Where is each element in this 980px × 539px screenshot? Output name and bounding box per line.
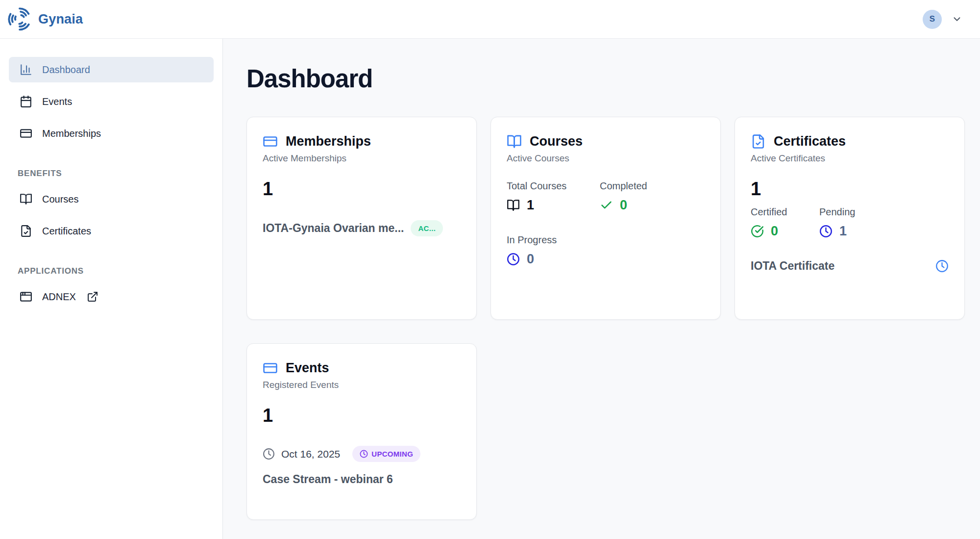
card-subtitle: Active Certificates: [751, 153, 949, 164]
user-avatar[interactable]: S: [923, 10, 942, 29]
courses-card: Courses Active Courses Total Courses 1: [490, 117, 721, 320]
stat-label: Pending: [819, 206, 949, 218]
certified-value: 0: [771, 224, 778, 239]
external-link-icon: [87, 291, 98, 303]
stat-label: In Progress: [507, 234, 600, 246]
card-title: Courses: [530, 134, 583, 149]
total-courses-stat: Total Courses 1: [507, 180, 600, 213]
file-check-icon: [20, 225, 32, 237]
events-card: Events Registered Events 1 Oct 16, 2025 …: [246, 343, 477, 520]
events-count: 1: [263, 405, 461, 426]
membership-item[interactable]: IOTA-Gynaia Ovarian me... AC...: [263, 220, 461, 236]
sidebar-item-label: Memberships: [42, 128, 101, 139]
sidebar-item-memberships[interactable]: Memberships: [9, 121, 214, 146]
certificate-name: IOTA Certificate: [751, 259, 834, 273]
book-open-icon: [507, 199, 520, 212]
circle-check-icon: [751, 225, 764, 238]
card-title: Memberships: [286, 134, 371, 149]
certified-stat: Certified 0: [751, 206, 819, 239]
app-window-icon: [20, 290, 32, 303]
event-date: Oct 16, 2025: [281, 448, 340, 460]
memberships-card: Memberships Active Memberships 1 IOTA-Gy…: [246, 117, 477, 320]
credit-card-icon: [263, 360, 278, 376]
sidebar-section-applications: APPLICATIONS: [9, 266, 214, 276]
chevron-down-icon[interactable]: [952, 14, 962, 25]
stat-label: Total Courses: [507, 180, 600, 192]
certificates-count: 1: [751, 179, 949, 200]
sidebar-item-adnex[interactable]: ADNEX: [9, 284, 214, 309]
memberships-count: 1: [263, 179, 461, 200]
gynaia-logo-icon: [7, 6, 32, 32]
book-open-icon: [507, 134, 522, 149]
book-open-icon: [20, 193, 32, 205]
sidebar-item-label: Courses: [42, 194, 78, 205]
check-icon: [600, 199, 613, 212]
total-courses-value: 1: [527, 198, 534, 213]
certificate-item[interactable]: IOTA Certificate: [751, 259, 949, 273]
file-check-icon: [751, 134, 766, 149]
stat-label: Certified: [751, 206, 819, 218]
main-content: Dashboard Memberships Active Memberships…: [223, 39, 980, 539]
clock-icon: [360, 450, 368, 458]
sidebar-item-courses[interactable]: Courses: [9, 186, 214, 212]
sidebar-item-dashboard[interactable]: Dashboard: [9, 57, 214, 82]
sidebar-item-events[interactable]: Events: [9, 89, 214, 114]
sidebar-item-label: Events: [42, 96, 72, 107]
brand-name: Gynaia: [38, 12, 83, 27]
membership-name: IOTA-Gynaia Ovarian me...: [263, 222, 404, 235]
bar-chart-icon: [20, 63, 32, 76]
sidebar-item-label: Dashboard: [42, 64, 90, 76]
in-progress-stat: In Progress 0: [507, 234, 600, 267]
top-header: Gynaia S: [0, 0, 980, 39]
in-progress-value: 0: [527, 252, 534, 267]
card-title: Certificates: [774, 134, 846, 149]
certificates-card: Certificates Active Certificates 1 Certi…: [735, 117, 965, 320]
pending-stat: Pending 1: [819, 206, 949, 239]
sidebar-section-benefits: BENEFITS: [9, 169, 214, 179]
credit-card-icon: [263, 134, 278, 149]
sidebar-item-label: Certificates: [42, 226, 91, 237]
card-subtitle: Active Courses: [507, 153, 705, 164]
calendar-icon: [20, 95, 32, 108]
event-name[interactable]: Case Stream - webinar 6: [263, 473, 461, 486]
clock-icon: [935, 259, 949, 273]
card-title: Events: [286, 360, 329, 376]
upcoming-badge-label: UPCOMING: [371, 450, 413, 458]
sidebar: Dashboard Events Memberships BENEFITS Co…: [0, 39, 223, 539]
card-subtitle: Active Memberships: [263, 153, 461, 164]
brand[interactable]: Gynaia: [7, 6, 83, 32]
event-meta: Oct 16, 2025 UPCOMING: [263, 446, 461, 462]
status-badge: AC...: [411, 220, 443, 236]
stat-label: Completed: [600, 180, 705, 192]
completed-stat: Completed 0: [600, 180, 705, 213]
completed-value: 0: [620, 198, 627, 213]
sidebar-item-certificates[interactable]: Certificates: [9, 218, 214, 244]
pending-value: 1: [839, 224, 847, 239]
page-title: Dashboard: [246, 64, 980, 93]
credit-card-icon: [20, 127, 32, 140]
clock-icon: [507, 253, 520, 266]
card-subtitle: Registered Events: [263, 380, 461, 390]
clock-icon: [263, 448, 275, 460]
sidebar-item-label: ADNEX: [42, 291, 76, 303]
clock-icon: [819, 225, 833, 238]
upcoming-badge: UPCOMING: [352, 446, 420, 462]
